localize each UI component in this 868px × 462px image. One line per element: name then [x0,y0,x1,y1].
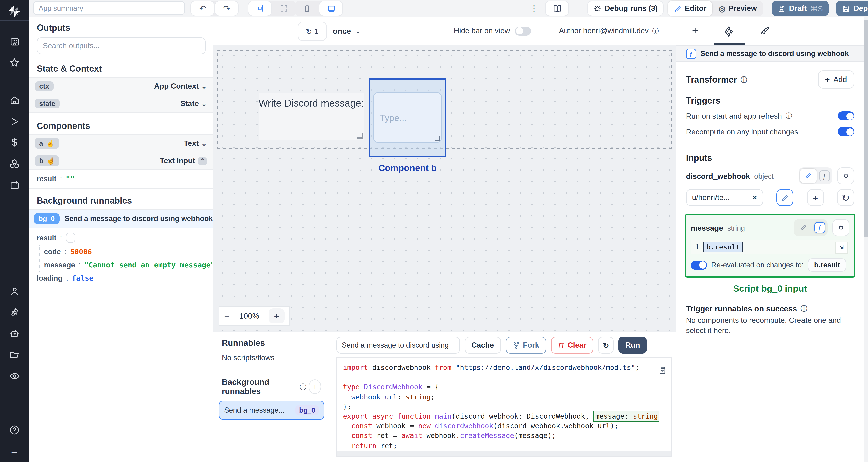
refresh-resource-icon[interactable]: ↻ [837,189,854,206]
horizontal-scrollbar[interactable] [337,451,672,456]
center-layout-icon[interactable] [248,1,272,16]
runnable-name-input[interactable] [336,337,460,354]
user-icon[interactable] [0,280,29,302]
refresh-count-button[interactable]: ↻ 1 [298,22,327,41]
clear-label: Clear [568,341,587,349]
fork-button[interactable]: Fork [505,337,546,354]
trash-icon [557,341,565,349]
search-outputs-input[interactable] [37,37,206,54]
state-row[interactable]: state State⌄ [29,95,213,113]
tab-insert-plus-icon[interactable]: + [692,25,699,37]
save-icon [778,5,785,12]
audit-eye-icon[interactable] [0,365,29,387]
hide-bar-toggle[interactable] [515,26,531,35]
eval-fn-icon[interactable]: ƒ [814,222,825,233]
success-title: Trigger runnables on success [686,304,797,313]
selected-component-b[interactable]: Type... [369,78,446,157]
code-line: const webhook = new discordwebhook(disco… [343,421,660,431]
mobile-icon[interactable] [295,1,319,16]
variables-dollar-icon[interactable]: $ [0,132,29,154]
refresh-icon: ↻ [306,27,312,36]
zoom-in-button[interactable]: + [269,308,284,324]
b-result-row: result : "" [29,170,213,188]
workers-robot-icon[interactable] [0,323,29,344]
favorites-star-icon[interactable] [0,52,29,73]
deploy-button[interactable]: Deploy [836,1,868,16]
connect-plug-icon[interactable] [837,167,854,184]
fullscreen-icon[interactable] [272,1,296,16]
resize-handle[interactable] [435,135,440,141]
run-on-start-toggle[interactable] [838,111,854,121]
info-icon[interactable]: ⓘ [652,26,659,35]
home-icon[interactable] [0,90,29,111]
component-b-row[interactable]: b☝ Text Input⌃ [29,153,213,170]
run-button[interactable]: Run [619,337,647,354]
tab-settings-diamonds-icon[interactable] [722,25,735,37]
connect-plug-icon[interactable] [832,219,849,236]
trigger-success-header: Trigger runnables on success ⓘ [676,304,864,313]
debug-runs-button[interactable]: Debug runs (3) [587,1,664,16]
code-line [343,372,660,382]
comp-b-key: b [39,157,43,164]
add-resource-icon[interactable]: + [807,189,824,206]
redo-icon[interactable]: ↷ [215,1,239,16]
settings-gear-icon[interactable] [0,302,29,323]
chevron-down-icon[interactable]: ⌄ [201,82,207,90]
draft-button[interactable]: Draft ⌘S [772,1,829,16]
help-icon[interactable] [0,420,29,441]
reeval-target-pill[interactable]: b.result [808,258,846,272]
reeval-toggle[interactable] [691,261,707,270]
bg0-runnable-item[interactable]: Send a message... bg_0 [219,401,324,420]
docs-book-icon[interactable] [545,1,569,16]
text-component-a[interactable]: Write Discord message: [258,93,364,140]
tab-style-brush-icon[interactable] [759,25,770,37]
state-label: State [180,99,199,108]
add-transformer-button[interactable]: +Add [818,70,854,89]
expr-editor[interactable]: 1 b.result ⇲ [691,240,849,254]
static-pencil-icon[interactable] [795,221,812,235]
refresh-code-button[interactable]: ↻ [598,337,614,354]
field1-type: object [754,172,774,181]
reeval-row: Re-evaluated on changes to: b.result [691,258,849,272]
copy-code-icon[interactable] [658,366,667,375]
resource-picker-input[interactable]: u/henri/te... × [686,189,763,206]
desktop-icon[interactable] [319,1,343,16]
code-editor[interactable]: import discordwebhook from "https://deno… [336,357,672,457]
zoom-out-button[interactable]: − [224,311,229,321]
app-canvas[interactable]: Write Discord message: Type... Component… [213,44,676,332]
chevron-down-icon[interactable]: ⌄ [201,100,207,108]
resize-handle[interactable] [358,133,363,138]
app-summary-input[interactable] [33,1,185,15]
collapse-arrow-icon[interactable]: → [0,441,29,462]
folders-icon[interactable] [0,344,29,365]
add-background-runnable-button[interactable]: + [309,380,321,394]
scrollbar-thumb[interactable] [864,20,868,237]
edit-resource-pencil-icon[interactable] [777,189,794,206]
cache-button[interactable]: Cache [465,337,501,354]
recompute-toggle[interactable] [838,127,854,136]
eval-fn-icon[interactable]: ƒ [819,170,830,181]
bg0-result-key: result [37,233,57,242]
more-menu-icon[interactable]: ⋮ [527,1,541,16]
windmill-logo-icon[interactable] [8,4,21,18]
canvas-toolbar: ↻ 1 once ⌄ Hide bar on view Author henri… [213,17,676,45]
component-a-row[interactable]: a☝ Text⌄ [29,134,213,153]
chevron-up-icon[interactable]: ⌃ [197,157,207,165]
static-pencil-icon[interactable] [800,169,817,183]
tab-editor[interactable]: Editor [668,1,712,16]
workspace-icon[interactable] [0,31,29,52]
chevron-down-icon[interactable]: ⌄ [201,139,207,147]
expand-editor-icon[interactable]: ⇲ [835,241,847,254]
ctx-row[interactable]: ctx App Context⌄ [29,77,213,95]
undo-icon[interactable]: ↶ [190,1,215,16]
schedule-dropdown[interactable]: once ⌄ [333,22,361,40]
runs-play-icon[interactable] [0,111,29,132]
tab-preview[interactable]: ◎ Preview [712,1,763,16]
clear-button[interactable]: Clear [551,337,593,354]
text-input-component[interactable]: Type... [373,92,442,143]
resources-cubes-icon[interactable] [0,153,29,174]
bg0-runnable-row[interactable]: bg_0 Send a message to discord using web… [29,209,213,228]
clear-x-icon[interactable]: × [753,193,757,202]
collapse-result-button[interactable]: - [66,232,75,243]
schedules-calendar-icon[interactable] [0,174,29,196]
